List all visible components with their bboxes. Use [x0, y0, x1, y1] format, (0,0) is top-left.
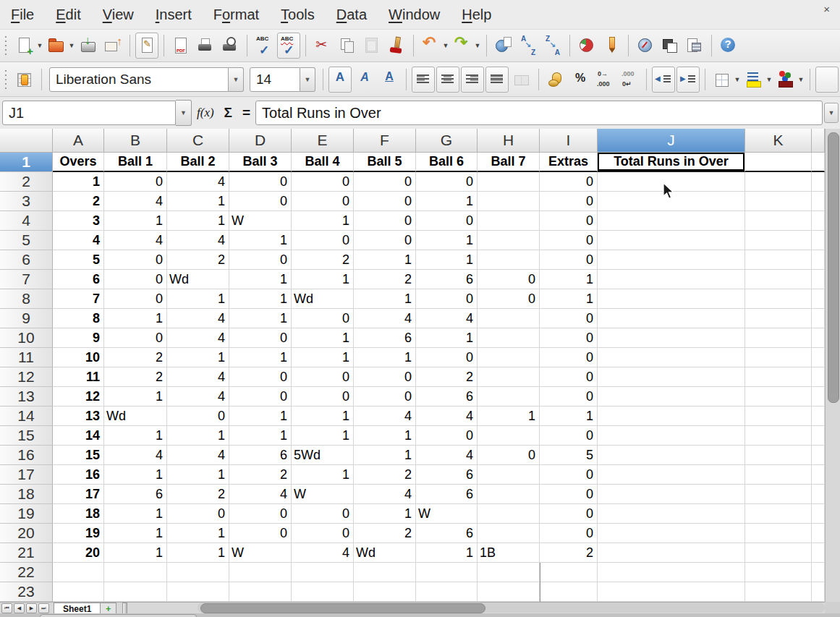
- cell-E19[interactable]: 0: [292, 504, 354, 524]
- cell-H7[interactable]: 0: [478, 270, 540, 289]
- align-justified-button[interactable]: [485, 67, 509, 93]
- cell-E12[interactable]: 0: [292, 367, 354, 387]
- cell-F12[interactable]: 0: [354, 367, 416, 387]
- column-header-G[interactable]: G: [416, 129, 478, 153]
- column-header-B[interactable]: B: [104, 129, 167, 153]
- cell-B20[interactable]: 1: [104, 524, 167, 543]
- cell-E3[interactable]: 0: [292, 192, 354, 211]
- cell-B13[interactable]: 1: [104, 387, 167, 407]
- cell-G4[interactable]: 0: [416, 211, 478, 231]
- row-header-6[interactable]: 6: [0, 250, 53, 270]
- column-header-I[interactable]: I: [540, 129, 598, 153]
- cell-B15[interactable]: 1: [104, 426, 167, 446]
- cell-G3[interactable]: 1: [416, 192, 478, 211]
- cell-G21[interactable]: 1: [416, 543, 478, 563]
- cell-D8[interactable]: 1: [229, 289, 292, 309]
- close-icon[interactable]: ×: [823, 3, 830, 15]
- cell-D22[interactable]: [229, 563, 292, 582]
- font-name-dropdown[interactable]: ▼: [229, 67, 244, 92]
- cell-K16[interactable]: [745, 446, 812, 465]
- cell-K9[interactable]: [745, 309, 812, 328]
- cell-A13[interactable]: 12: [53, 387, 104, 407]
- cell-X8[interactable]: [812, 289, 825, 309]
- row-header-14[interactable]: 14: [0, 407, 53, 426]
- cell-E1[interactable]: Ball 4: [292, 153, 354, 172]
- bold-button[interactable]: [328, 67, 352, 93]
- cell-X22[interactable]: [812, 563, 825, 582]
- cell-E23[interactable]: [292, 582, 354, 602]
- cell-I2[interactable]: 0: [540, 172, 598, 192]
- tabbar-splitter[interactable]: [122, 603, 127, 614]
- cell-B21[interactable]: 1: [104, 543, 167, 563]
- cell-G11[interactable]: 0: [416, 348, 478, 367]
- cell-I3[interactable]: 0: [540, 192, 598, 211]
- cell-K13[interactable]: [745, 387, 812, 407]
- menu-format[interactable]: Format: [203, 7, 270, 23]
- row-header-2[interactable]: 2: [0, 172, 53, 192]
- toolbar-grip[interactable]: [4, 70, 7, 89]
- row-header-22[interactable]: 22: [0, 563, 53, 582]
- font-size-input[interactable]: [250, 67, 300, 92]
- help-button[interactable]: [717, 33, 740, 59]
- cell-B5[interactable]: 4: [104, 231, 167, 250]
- cell-E13[interactable]: 0: [292, 387, 354, 407]
- equals-icon[interactable]: =: [242, 105, 250, 121]
- cell-J15[interactable]: [598, 426, 745, 446]
- cell-D5[interactable]: 1: [229, 231, 292, 250]
- cell-K20[interactable]: [745, 524, 812, 543]
- cell-A22[interactable]: [53, 563, 104, 582]
- cell-B10[interactable]: 0: [104, 328, 167, 348]
- add-sheet-icon[interactable]: +: [101, 603, 116, 614]
- cell-F20[interactable]: 2: [354, 524, 416, 543]
- cell-A5[interactable]: 4: [53, 231, 104, 250]
- cell-E15[interactable]: 1: [292, 426, 354, 446]
- cell-X5[interactable]: [812, 231, 825, 250]
- cell-F4[interactable]: 0: [354, 211, 416, 231]
- new-document-button[interactable]: [13, 33, 36, 59]
- cell-D7[interactable]: 1: [229, 270, 292, 289]
- cell-G14[interactable]: 4: [416, 407, 478, 426]
- cell-A23[interactable]: [53, 582, 104, 602]
- cell-H15[interactable]: [478, 426, 540, 446]
- column-header-D[interactable]: D: [229, 129, 292, 153]
- align-center-button[interactable]: [436, 67, 459, 93]
- cell-K10[interactable]: [745, 328, 812, 348]
- cell-B4[interactable]: 1: [104, 211, 167, 231]
- cell-H1[interactable]: Ball 7: [478, 153, 540, 172]
- cell-E20[interactable]: 0: [292, 524, 354, 543]
- cell-I1[interactable]: Extras: [540, 153, 598, 172]
- cell-A3[interactable]: 2: [53, 192, 104, 211]
- last-sheet-icon[interactable]: ⏭: [38, 603, 49, 613]
- cell-A4[interactable]: 3: [53, 211, 104, 231]
- undo-dropdown-icon[interactable]: ▼: [441, 42, 450, 49]
- cell-D15[interactable]: 1: [229, 426, 292, 446]
- add-decimal-button[interactable]: [593, 67, 616, 93]
- cell-J12[interactable]: [598, 367, 745, 387]
- cell-A18[interactable]: 17: [53, 485, 104, 504]
- cell-D10[interactable]: 0: [229, 328, 292, 348]
- row-header-4[interactable]: 4: [0, 211, 53, 231]
- sheet-tab-sheet1[interactable]: Sheet1: [54, 603, 101, 614]
- cell-C10[interactable]: 4: [167, 328, 229, 348]
- background-color-dropdown-icon[interactable]: ▼: [765, 76, 773, 83]
- cell-C18[interactable]: 2: [167, 485, 229, 504]
- background-color-button[interactable]: [742, 67, 765, 93]
- cell-D13[interactable]: 0: [229, 387, 292, 407]
- cell-J18[interactable]: [598, 485, 745, 504]
- cell-D17[interactable]: 2: [229, 465, 292, 485]
- cell-A21[interactable]: 20: [53, 543, 104, 563]
- cell-F11[interactable]: 1: [354, 348, 416, 367]
- row-header-16[interactable]: 16: [0, 446, 53, 465]
- column-header-E[interactable]: E: [292, 129, 354, 153]
- cell-X4[interactable]: [812, 211, 825, 231]
- cell-H19[interactable]: [478, 504, 540, 524]
- sum-icon[interactable]: Σ: [224, 105, 232, 121]
- open-button[interactable]: [45, 33, 68, 59]
- copy-button[interactable]: [336, 33, 359, 59]
- send-email-button[interactable]: [101, 33, 124, 59]
- cell-D14[interactable]: 1: [229, 407, 292, 426]
- cell-E8[interactable]: Wd: [292, 289, 354, 309]
- cell-H3[interactable]: [478, 192, 540, 211]
- row-header-17[interactable]: 17: [0, 465, 53, 485]
- row-header-20[interactable]: 20: [0, 524, 53, 543]
